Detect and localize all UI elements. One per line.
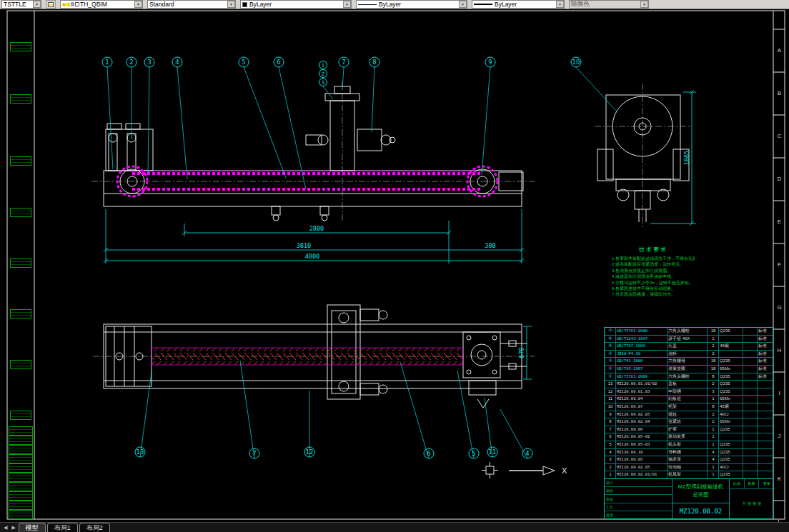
bom-cell-qty: 2 xyxy=(708,351,719,358)
bom-cell-qty: 1 xyxy=(708,426,719,433)
svg-text:6: 6 xyxy=(427,450,430,457)
dim-1065: 1065 xyxy=(683,151,690,165)
bom-row: 10MZ120.00.07托架845钢 xyxy=(605,403,773,411)
bom-cell-name: 六角螺母 xyxy=(668,358,708,365)
bom-cell-note xyxy=(758,426,774,433)
svg-text:2: 2 xyxy=(129,59,133,66)
bom-cell-code: MZ120.00.01.01/02 xyxy=(616,381,668,388)
svg-text:9: 9 xyxy=(488,59,492,66)
layer-combo[interactable]: TH_QBIM ▼ xyxy=(60,0,143,9)
bom-cell-mat: Q235 xyxy=(719,456,743,463)
layer-properties-button[interactable] xyxy=(46,0,56,9)
lineweight-sample-icon xyxy=(474,4,492,5)
layers-icon xyxy=(48,2,54,7)
bom-cell-code: MZ120.00.10 xyxy=(616,449,668,456)
lineweight-combo[interactable]: ByLayer ▼ xyxy=(472,0,565,9)
svg-text:10: 10 xyxy=(572,59,580,66)
tab-layout1[interactable]: 布局1 xyxy=(47,523,78,532)
bom-cell-note xyxy=(758,381,774,388)
drawing-title: MZ型埋刮板输送机 总装图 xyxy=(673,479,729,503)
bom-cell-no: ⑥ xyxy=(605,336,616,343)
bom-cell-wt xyxy=(743,441,758,448)
end-view xyxy=(595,84,690,228)
bom-cell-note xyxy=(758,456,774,463)
svg-text:11: 11 xyxy=(489,448,497,456)
bom-cell-no: 13 xyxy=(605,381,616,388)
frame-margin-cell xyxy=(9,482,33,491)
bom-cell-no: 3 xyxy=(605,456,616,463)
bom-cell-code: MZ120.00.04 xyxy=(616,396,668,403)
bom-row: 6MZ120.00.05-02驱动装置1 xyxy=(605,433,773,441)
titleblock-right-label: 比例 xyxy=(730,479,745,488)
zone-letter-B: B xyxy=(774,90,785,96)
tab-model[interactable]: 模型 xyxy=(19,523,46,532)
bom-cell-note xyxy=(758,411,774,418)
color-swatch xyxy=(242,2,247,7)
text-style-combo[interactable]: Standard ▼ xyxy=(147,0,236,9)
dim-380: 380 xyxy=(485,242,495,249)
svg-text:12: 12 xyxy=(306,448,314,456)
bom-cell-mat: Q235 xyxy=(719,373,743,381)
frame-margin-cell xyxy=(9,510,33,519)
bom-row: 4MZ120.00.10导料槽4Q235 xyxy=(605,449,773,457)
layer-filter-combo[interactable]: TSTTLE ▼ xyxy=(1,0,41,9)
linetype-combo[interactable]: ByLayer ▼ xyxy=(356,0,467,9)
cad-application-window: TSTTLE ▼ TH_QBIM ▼ Standard ▼ ByLayer ▼ … xyxy=(0,0,789,532)
color-combo[interactable]: ByLayer ▼ xyxy=(240,0,352,9)
chevron-down-icon: ▼ xyxy=(134,1,142,8)
zone-letter-H: H xyxy=(774,347,785,353)
bom-cell-qty: 8 xyxy=(708,403,719,411)
bom-cell-wt xyxy=(743,336,758,343)
bom-cell-code: GB/T93-1987 xyxy=(616,366,668,373)
plan-view-dimension: 670 xyxy=(518,326,532,379)
bom-row: 13MZ120.00.01.01/02盖板2Q235 xyxy=(605,381,773,388)
frame-margin-cell xyxy=(9,445,33,454)
bom-cell-note: 标准 xyxy=(758,373,774,381)
dim-2800: 2800 xyxy=(309,225,324,232)
dim-3810: 3810 xyxy=(297,242,311,249)
bom-cell-qty: 1 xyxy=(708,464,719,471)
bom-cell-code: GB/T797-1988 xyxy=(616,343,668,350)
bom-cell-no: 11 xyxy=(605,396,616,403)
layer-thaw-icon xyxy=(66,3,70,6)
svg-text:4: 4 xyxy=(175,59,179,66)
bom-cell-wt xyxy=(743,426,758,433)
title-block: 设计校核审核工艺批准 MZ型埋刮板输送机 总装图 MZ120.00.02 比例数… xyxy=(604,478,773,519)
bom-cell-no: 4 xyxy=(605,449,616,456)
chevron-down-icon: ▼ xyxy=(459,1,467,8)
svg-text:5: 5 xyxy=(242,59,245,66)
frame-margin-block xyxy=(10,360,31,369)
drawing-canvas[interactable]: 2800 3810 380 4800 xyxy=(0,9,789,522)
bom-table[interactable]: ⑦GB/T5781-2000六角头螺栓18Q235标准⑥GB/T1243-199… xyxy=(604,327,773,480)
combo-value: 随颜色 xyxy=(571,0,639,9)
bom-cell-no: 8 xyxy=(605,418,616,426)
bom-cell-code: MZ120.00.08 xyxy=(616,456,668,463)
svg-text:4: 4 xyxy=(525,450,529,457)
frame-margin-cell xyxy=(9,454,33,463)
bom-cell-mat xyxy=(719,336,743,343)
dim-670: 670 xyxy=(518,347,525,358)
bom-row: ④JB10-P4.19油杯2标准 xyxy=(605,351,773,358)
bom-cell-code: GB/T1243-1997 xyxy=(616,336,668,343)
bom-cell-code: MZ120.00.02.04 xyxy=(616,418,668,426)
bom-cell-mat: 45钢 xyxy=(719,343,743,350)
layer-color-swatch xyxy=(75,2,79,6)
bom-cell-code: MZ120.00.02.05 xyxy=(616,411,668,418)
bom-cell-code: MZ120.00.07 xyxy=(616,403,668,411)
bom-row: 9MZ120.00.02.05链轮240Cr xyxy=(605,411,773,419)
zone-letter-C: C xyxy=(774,133,785,139)
bom-row: ③GB/T41-2000六角螺母18Q235标准 xyxy=(605,358,773,366)
frame-margin-cell xyxy=(9,436,33,445)
frame-margin-cell xyxy=(9,473,33,482)
tab-scroll-left-icon[interactable]: ◀ xyxy=(2,523,9,532)
tab-scroll-right-icon[interactable]: ▶ xyxy=(10,523,16,532)
bom-cell-code: GB/T41-2000 xyxy=(616,358,668,365)
bom-cell-name: 张紧轮 xyxy=(668,418,708,426)
tab-layout2[interactable]: 布局2 xyxy=(79,523,110,532)
bom-cell-name: 机头架 xyxy=(668,441,708,448)
chevron-down-icon: ▼ xyxy=(343,1,351,8)
bom-cell-no: ② xyxy=(605,366,616,373)
bom-cell-code: JB10-P4.19 xyxy=(616,351,668,358)
balloon-callouts[interactable]: 123456789101231371265114 xyxy=(102,57,616,458)
bom-cell-name: 链轮 xyxy=(668,411,708,418)
